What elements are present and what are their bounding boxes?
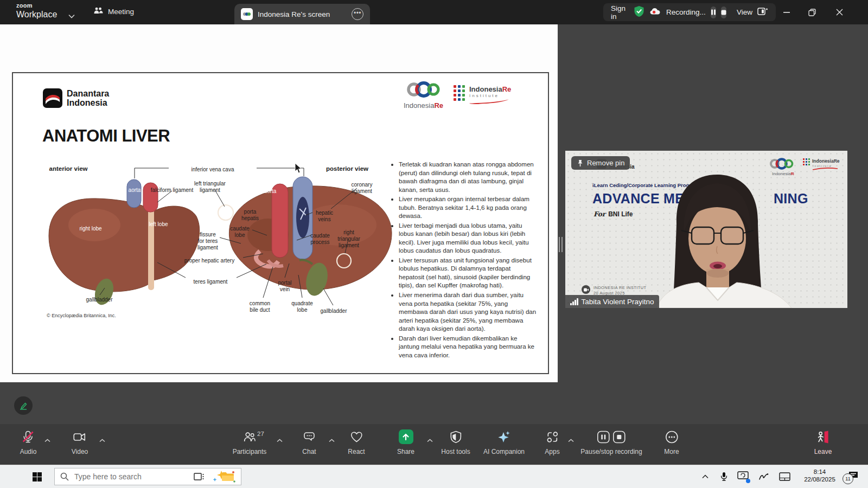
- tray-touchpad-icon[interactable]: [776, 465, 793, 488]
- windows-logo-icon: [33, 472, 42, 481]
- chat-options-chevron[interactable]: [329, 435, 335, 445]
- pencil-icon: [18, 401, 28, 410]
- tray-display-icon[interactable]: [735, 465, 751, 488]
- ai-companion-button[interactable]: AI Companion: [483, 429, 525, 455]
- diagram-label: anterior view: [49, 165, 88, 173]
- diagram-label: common bile duct: [250, 300, 270, 313]
- task-view-button[interactable]: [189, 465, 209, 488]
- ai-sparkle-icon: [497, 429, 511, 444]
- audio-options-chevron[interactable]: [44, 435, 50, 445]
- start-button[interactable]: [25, 465, 49, 488]
- close-button[interactable]: [825, 0, 853, 24]
- share-screen-icon: [399, 429, 413, 444]
- zoom-toolbar: Audio Video: [0, 424, 868, 465]
- panel-drag-handle[interactable]: [559, 237, 563, 252]
- signal-bars-icon: [570, 298, 578, 305]
- video-label: Video: [72, 448, 88, 455]
- remove-pin-label: Remove pin: [587, 159, 624, 167]
- heart-icon: [349, 429, 363, 444]
- diagram-label: proper hepatic artery: [184, 258, 234, 264]
- zoom-titlebar: zoom Workplace Meeting Indonesia Re's sc…: [0, 0, 868, 24]
- diagram-label: coronary ligament: [352, 182, 373, 195]
- participant-name-tag: Tabita Violent Prayitno: [565, 295, 659, 308]
- slide-bullet: Terletak di kuadran kanan atas rongga ab…: [399, 160, 538, 194]
- pause-stop-recording-button[interactable]: Pause/stop recording: [580, 429, 642, 455]
- diagram-label: falciform ligament: [151, 187, 193, 194]
- apps-button[interactable]: Apps: [545, 429, 559, 455]
- pinned-video-tile[interactable]: Indonesia IndonesiaRe IndonesiaRe Instit…: [565, 151, 847, 308]
- slide-bullet: Liver menerima darah dari dua sumber, ya…: [399, 291, 538, 333]
- video-options-chevron[interactable]: [99, 435, 105, 445]
- ai-companion-label: AI Companion: [483, 448, 525, 455]
- diagram-label: left triangular ligament: [194, 181, 226, 194]
- react-button[interactable]: React: [348, 429, 365, 455]
- leave-button[interactable]: Leave: [814, 429, 832, 455]
- diagram-label: posterior view: [326, 165, 368, 173]
- presentation-slide: Danantara Indonesia IndonesiaRe: [12, 72, 549, 374]
- more-button[interactable]: More: [664, 429, 679, 455]
- taskbar-search[interactable]: [54, 468, 241, 485]
- leave-label: Leave: [814, 448, 832, 455]
- minimize-button[interactable]: [774, 0, 799, 24]
- share-options-chevron[interactable]: [427, 435, 433, 445]
- diagram-label: aorta: [129, 187, 141, 194]
- microphone-muted-icon: [21, 429, 35, 444]
- chat-button[interactable]: Chat: [302, 429, 316, 455]
- diagram-label: caudate lobe: [230, 226, 250, 239]
- folder-icon: [221, 471, 234, 482]
- slide-bullet: Liver tersusun atas unit fungsional yang…: [399, 256, 538, 290]
- tray-microphone-icon[interactable]: [716, 465, 731, 488]
- more-ellipsis-icon: [665, 429, 679, 444]
- pause-stop-recording-label: Pause/stop recording: [580, 448, 642, 455]
- chevron-down-icon[interactable]: [68, 11, 75, 21]
- stop-recording-button[interactable]: [721, 7, 726, 18]
- tray-clock[interactable]: 8:14 22/08/2025: [799, 468, 841, 483]
- chat-icon: [302, 429, 316, 444]
- apps-options-chevron[interactable]: [568, 435, 574, 445]
- remove-pin-button[interactable]: Remove pin: [571, 156, 630, 170]
- mouse-cursor: [295, 163, 303, 174]
- diagram-label: teres ligament: [194, 279, 228, 285]
- speaker-video: [565, 151, 847, 308]
- more-label: More: [664, 448, 679, 455]
- security-shield-icon[interactable]: [634, 5, 644, 19]
- tab-options-icon[interactable]: •••: [352, 8, 363, 20]
- diagram-label: caudate process: [310, 233, 330, 246]
- screen: zoom Workplace Meeting Indonesia Re's sc…: [0, 0, 868, 488]
- diagram-label: aorta: [264, 188, 277, 195]
- diagram-label: right lobe: [79, 226, 101, 232]
- participant-name: Tabita Violent Prayitno: [582, 298, 654, 306]
- windows-taskbar: O T 2: [0, 465, 868, 488]
- task-view-icon: [194, 472, 205, 481]
- share-button[interactable]: Share: [397, 429, 414, 455]
- tray-pen-icon[interactable]: [755, 465, 771, 488]
- apps-label: Apps: [545, 448, 559, 455]
- indonesiare-tab-icon: [241, 8, 253, 20]
- search-input[interactable]: [73, 472, 184, 481]
- pause-recording-button[interactable]: [711, 7, 716, 18]
- video-button[interactable]: Video: [72, 429, 88, 455]
- participants-options-chevron[interactable]: [277, 435, 283, 445]
- annotate-button[interactable]: [14, 396, 33, 415]
- diagram-label: hepatic veins: [316, 210, 333, 223]
- tab-shared-screen-label: Indonesia Re's screen: [258, 10, 347, 18]
- workplace-brand-text: Workplace: [16, 10, 57, 19]
- view-layout-icon[interactable]: [757, 7, 768, 18]
- notification-center-button[interactable]: 11: [844, 465, 863, 488]
- video-camera-icon: [73, 429, 87, 444]
- file-explorer-button[interactable]: [216, 465, 240, 488]
- tray-overflow-chevron[interactable]: [698, 465, 713, 488]
- restore-button[interactable]: [800, 0, 825, 24]
- tab-shared-screen[interactable]: Indonesia Re's screen •••: [234, 4, 370, 24]
- audio-button[interactable]: Audio: [20, 429, 37, 455]
- share-label: Share: [397, 448, 414, 455]
- tab-meeting[interactable]: Meeting: [93, 7, 134, 17]
- view-button[interactable]: View: [737, 8, 752, 16]
- sign-in-button[interactable]: Sign in: [611, 4, 626, 21]
- shield-icon: [449, 429, 463, 444]
- chat-label: Chat: [302, 448, 316, 455]
- host-tools-button[interactable]: Host tools: [441, 429, 470, 455]
- participants-icon: [242, 429, 257, 444]
- audio-label: Audio: [20, 448, 37, 455]
- diagram-label: porta hepatis: [241, 209, 259, 222]
